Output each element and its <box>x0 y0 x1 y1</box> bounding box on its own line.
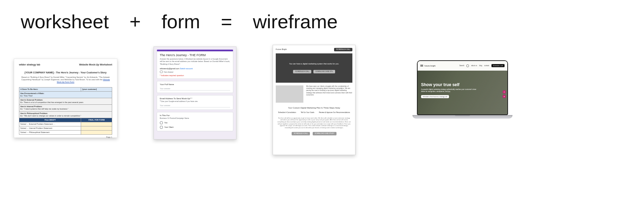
row-int-text: Ex: "I need systems that will help me sc… <box>20 108 68 110</box>
result2: Solved → Internal Problem Statement <box>19 126 81 131</box>
nav-cta-button[interactable]: Schedule a call <box>491 64 505 67</box>
wf-hero-line: You can have a digital marketing system … <box>289 63 339 65</box>
hamburger-icon[interactable] <box>420 65 423 66</box>
wf-section-title: Your Custom Digital Marketing Plan Is Th… <box>276 107 352 110</box>
wf-top-cta[interactable]: SCHEDULE A CALL <box>334 48 352 51</box>
form-desc: Answer the questions below. A Mocked-Up … <box>160 58 230 65</box>
wf-hero: You can have a digital marketing system … <box>276 53 352 83</box>
row-villain-label: Has Encountered a Villain: <box>20 92 44 94</box>
row-int-label: Hero's Internal Problem: <box>20 105 42 107</box>
wf-hero-cta1[interactable]: SCHEDULE A CALL <box>293 70 311 73</box>
worksheet-table: A Soon To Be Hero:[your customer] Has En… <box>19 87 112 135</box>
form-q1: Your Full Name Your answer <box>157 81 233 93</box>
wf-step3: Review & Approve Our Recommendations <box>319 112 350 114</box>
wf-placeholder-image <box>276 85 303 103</box>
word-wireframe: wireframe <box>253 10 338 33</box>
form-q2-input[interactable]: Your answer <box>160 104 230 107</box>
form-q2-sub: **Use your Google email address if you h… <box>160 100 230 102</box>
form-q3-opt2-label: Your Client <box>164 126 174 128</box>
worksheet-thumbnail: wilder strategy lab Website Mock-Up Work… <box>14 59 117 138</box>
form-q2: Email Address To Send Mock-Up* * **Use y… <box>157 95 233 110</box>
row-hero-label: A Soon To Be Hero: <box>19 87 81 91</box>
laptop-notch <box>455 115 470 116</box>
worksheet-subtitle: Based on "Building A Story Brand" by Don… <box>19 76 112 83</box>
wf-bottom-cta1[interactable]: SCHEDULE A CALL <box>292 132 310 135</box>
share-bubble-icon[interactable]: ✦ <box>502 90 506 94</box>
site-hero-title: Show your true self <box>421 82 504 87</box>
row-ext-label: Hero's External Problem: <box>20 99 43 101</box>
row-hero-value: [your customer] <box>81 87 112 91</box>
wf-step2: Tell Us Your Goals <box>301 112 314 114</box>
radio-icon <box>160 126 163 129</box>
cloud-icon <box>160 71 163 73</box>
col-draft: First DRAFT <box>19 118 81 122</box>
site-brand: future bright <box>420 65 436 67</box>
wf-hero-cta2[interactable]: DOWNLOAD CASE STU <box>313 70 335 73</box>
form-header-card: The Hero's Journey - THE FORM Answer the… <box>157 50 233 79</box>
form-q1-input[interactable]: Your answer <box>160 87 230 91</box>
nav-about[interactable]: about us <box>471 65 477 66</box>
form-q3-opt1-label: You <box>164 122 167 124</box>
site-topbar: future bright Search about us blog conta… <box>418 61 507 71</box>
form-not-shared-text: Not shared <box>164 71 173 73</box>
laptop-mockup: future bright Search about us blog conta… <box>412 60 513 121</box>
form-q3: Is This For: Business Or Product/Campaig… <box>157 112 233 131</box>
wf-bottom-cta2[interactable]: DOWNLOAD CASE STUDY <box>313 132 336 135</box>
form-required-note: * Indicates required question <box>160 74 230 76</box>
word-form: form <box>162 10 200 33</box>
radio-icon <box>160 121 163 124</box>
nav-contact[interactable]: contact <box>484 65 489 66</box>
form-q3-label: Is This For: <box>160 114 230 116</box>
like-bubble-icon[interactable]: ♥ <box>502 95 506 98</box>
site-nav: Search about us blog contact Schedule a … <box>459 64 505 67</box>
wf-brand: Future Bright <box>276 48 287 51</box>
wf-side-text: We have seen our clients struggle with t… <box>306 85 352 103</box>
laptop-base <box>412 115 513 119</box>
laptop-screen: future bright Search about us blog conta… <box>417 60 508 115</box>
site-hero-cta[interactable]: Schedule a free business strategy call <box>421 95 449 98</box>
website-preview: future bright Search about us blog conta… <box>418 61 507 114</box>
form-thumbnail: The Hero's Journey - THE FORM Answer the… <box>154 47 236 140</box>
form-title: The Hero's Journey - THE FORM <box>160 53 230 57</box>
result1: Solved → External Problem Statement … <box>19 122 81 126</box>
form-q1-label: Your Full Name <box>160 83 230 85</box>
worksheet-brand: wilder strategy lab <box>19 63 40 66</box>
wf-long-para: Our first call will be an opportunity to… <box>276 117 352 128</box>
equation-row: worksheet + form = wireframe <box>21 10 623 33</box>
form-switch-account[interactable]: Switch account <box>180 68 193 70</box>
form-email-row: wilwwendy@gmail.com Switch account <box>160 68 230 70</box>
nav-blog[interactable]: blog <box>479 65 482 66</box>
plus-sign: + <box>129 10 141 33</box>
site-hero-sub: A powerful digital marketing strategy au… <box>421 89 476 93</box>
word-worksheet: worksheet <box>21 10 109 33</box>
form-q2-label: Email Address To Send Mock-Up* * <box>160 97 230 100</box>
row-villain-ex: Ex: Time Thief <box>20 95 32 97</box>
row-phil-text: Ex: "We don't want to change our values … <box>20 115 81 117</box>
nav-search[interactable]: Search <box>459 65 464 66</box>
worksheet-docname: Website Mock-Up Worksheet <box>79 63 112 66</box>
form-not-shared: Not shared <box>160 71 230 73</box>
result3: Solved → Philosophical Statement <box>19 131 81 135</box>
form-q3-opt2[interactable]: Your Client <box>160 126 230 129</box>
search-icon[interactable] <box>466 64 469 67</box>
wireframe-thumbnail: Future Bright SCHEDULE A CALL You can ha… <box>273 45 355 155</box>
worksheet-subtitle-text: Based on "Building A Story Brand" by Don… <box>21 76 110 81</box>
worksheet-title: [YOUR COMPANY NAME] - The Hero's Journey… <box>19 71 112 74</box>
equals-sign: = <box>221 10 232 33</box>
form-q3-opt1[interactable]: You <box>160 121 230 124</box>
diagram-stage: { "equation": { "word1": "worksheet", "p… <box>0 0 644 206</box>
row-ext-text: Ex: There is a lot of competition that h… <box>20 101 83 103</box>
site-hero: Show your true self A powerful digital m… <box>421 82 504 98</box>
wf-step1: Schedule A Consultation <box>278 112 296 114</box>
worksheet-page: Page 1 <box>19 136 112 138</box>
form-email: wilwwendy@gmail.com <box>160 68 179 70</box>
site-floating-actions: ✦ ♥ <box>502 90 506 98</box>
form-q3-sub: Business Or Product/Campaign Name <box>160 117 230 119</box>
site-brand-text: future bright <box>425 65 436 67</box>
col-final: FINAL FOR FORM <box>81 118 112 122</box>
row-phil-label: Hero's Philosophical Problem: <box>20 112 48 114</box>
